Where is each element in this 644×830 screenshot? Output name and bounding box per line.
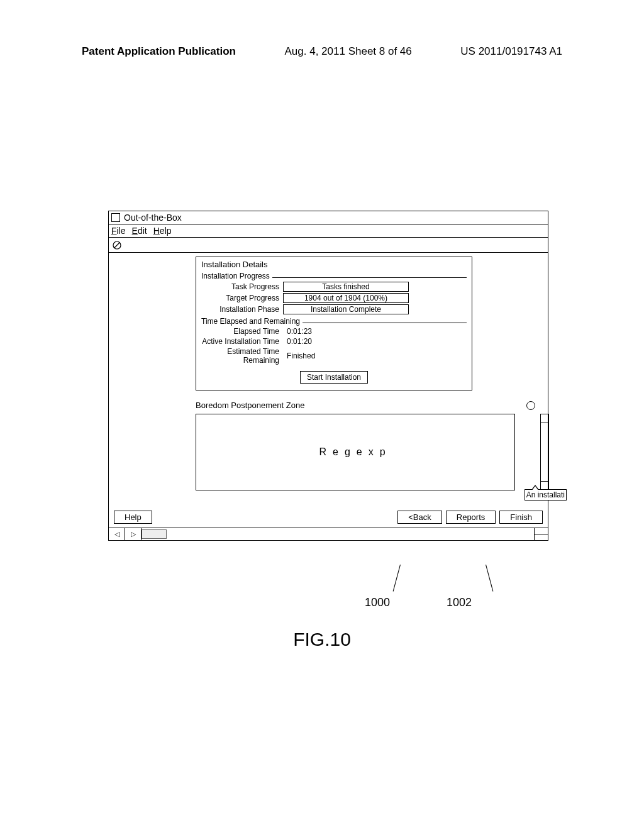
tooltip: An installati bbox=[525, 489, 567, 501]
bottom-button-row: Help <Back Reports Finish bbox=[109, 495, 548, 528]
installation-details-panel: Installation Details Installation Progre… bbox=[196, 257, 472, 390]
status-corner-bot[interactable] bbox=[535, 534, 548, 540]
status-prev-button[interactable]: ◁ bbox=[109, 528, 125, 540]
target-progress-label: Target Progress bbox=[201, 294, 283, 302]
boredom-circle-icon[interactable] bbox=[526, 401, 535, 410]
finish-button[interactable]: Finish bbox=[499, 511, 543, 524]
header-center: Aug. 4, 2011 Sheet 8 of 46 bbox=[285, 45, 412, 58]
status-corner-top[interactable] bbox=[535, 528, 548, 534]
progress-fieldset: Installation Progress Task Progress Task… bbox=[201, 272, 467, 314]
legend-line bbox=[303, 323, 467, 323]
header-right: US 2011/0191743 A1 bbox=[460, 45, 562, 58]
back-button[interactable]: <Back bbox=[397, 511, 442, 524]
callouts: 1000 1002 bbox=[365, 596, 472, 609]
active-label: Active Installation Time bbox=[201, 337, 283, 346]
task-progress-value: Tasks finished bbox=[283, 282, 409, 292]
callout-line bbox=[486, 565, 493, 592]
start-installation-button[interactable]: Start Installation bbox=[300, 371, 368, 384]
panel-title: Installation Details bbox=[201, 260, 467, 269]
status-scroll-thumb[interactable] bbox=[142, 529, 167, 539]
callout-1000: 1000 bbox=[365, 596, 390, 609]
figure-label: FIG.10 bbox=[0, 629, 644, 650]
help-button[interactable]: Help bbox=[114, 511, 152, 524]
application-window: Out-of-the-Box File Edit Help Installati… bbox=[108, 211, 548, 541]
menu-edit[interactable]: Edit bbox=[132, 226, 147, 236]
window-icon[interactable] bbox=[111, 213, 120, 222]
remaining-value: Finished bbox=[283, 351, 315, 360]
header-left: Patent Application Publication bbox=[82, 45, 236, 58]
phase-value: Installation Complete bbox=[283, 304, 409, 314]
task-progress-label: Task Progress bbox=[201, 282, 283, 291]
time-legend-label: Time Elapsed and Remaining bbox=[201, 317, 300, 326]
scroll-up-icon[interactable] bbox=[541, 414, 548, 423]
active-value: 0:01:20 bbox=[283, 337, 312, 346]
boredom-scrollbar[interactable] bbox=[540, 414, 549, 490]
status-track[interactable] bbox=[142, 528, 534, 540]
status-bar: ◁ ▷ bbox=[109, 528, 548, 540]
progress-legend-label: Installation Progress bbox=[201, 272, 270, 280]
menu-help[interactable]: Help bbox=[153, 226, 172, 236]
phase-label: Installation Phase bbox=[201, 305, 283, 314]
boredom-content-text: Regexp bbox=[319, 446, 391, 458]
page-header: Patent Application Publication Aug. 4, 2… bbox=[0, 45, 644, 58]
elapsed-label: Elapsed Time bbox=[201, 327, 283, 336]
callout-1002: 1002 bbox=[447, 596, 472, 609]
content-area: Installation Details Installation Progre… bbox=[109, 253, 548, 495]
window-title: Out-of-the-Box bbox=[124, 213, 182, 223]
legend-line bbox=[272, 277, 467, 278]
boredom-section: Boredom Postponement Zone Regexp An inst… bbox=[196, 401, 535, 490]
svg-line-1 bbox=[114, 243, 119, 248]
menu-bar: File Edit Help bbox=[109, 224, 548, 238]
target-progress-value: 1904 out of 1904 (100%) bbox=[283, 293, 409, 303]
scroll-down-icon[interactable] bbox=[541, 481, 548, 490]
remaining-label: Estimated Time Remaining bbox=[201, 347, 283, 365]
toolbar bbox=[109, 238, 548, 253]
stop-icon[interactable] bbox=[113, 241, 121, 250]
status-corner bbox=[534, 528, 548, 540]
scroll-track[interactable] bbox=[541, 423, 548, 481]
boredom-header-label: Boredom Postponement Zone bbox=[196, 401, 304, 410]
status-next-button[interactable]: ▷ bbox=[125, 528, 142, 540]
title-bar: Out-of-the-Box bbox=[109, 211, 548, 224]
elapsed-value: 0:01:23 bbox=[283, 327, 312, 336]
boredom-content-box: Regexp bbox=[196, 414, 515, 490]
time-fieldset: Time Elapsed and Remaining Elapsed Time … bbox=[201, 317, 467, 365]
reports-button[interactable]: Reports bbox=[446, 511, 496, 524]
callout-line bbox=[393, 565, 401, 592]
menu-file[interactable]: File bbox=[111, 226, 126, 236]
